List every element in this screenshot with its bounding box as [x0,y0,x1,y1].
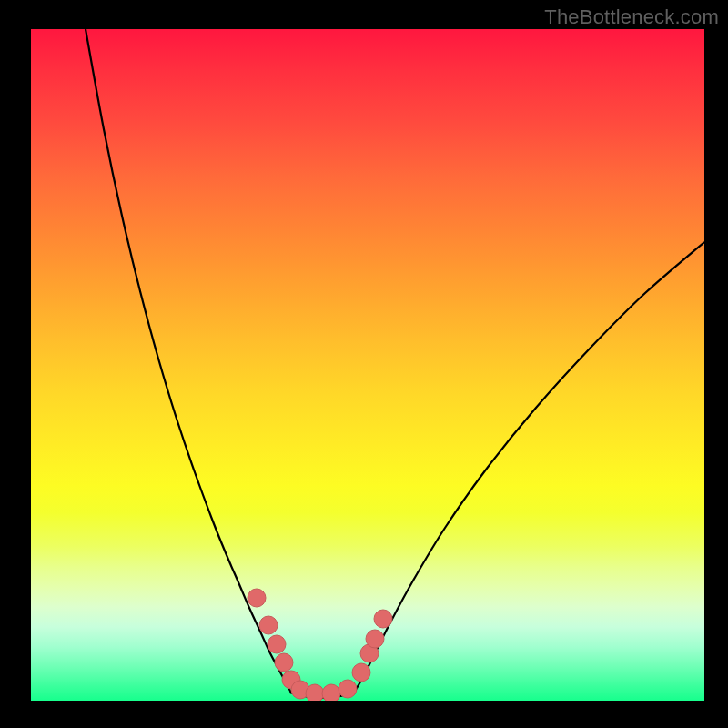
curve-path [86,29,704,698]
marker-dot [259,616,278,634]
chart-frame: TheBottleneck.com [0,0,728,728]
marker-dot [339,680,357,698]
marker-dot [374,610,392,628]
bottleneck-curve [31,29,704,701]
marker-dot [322,684,340,701]
marker-dot [268,635,286,653]
marker-dot [306,684,324,701]
watermark-text: TheBottleneck.com [544,5,719,29]
plot-area [31,29,704,701]
marker-group [248,589,392,701]
marker-dot [366,630,384,648]
marker-dot [352,663,370,682]
marker-dot [248,589,266,607]
marker-dot [275,653,293,672]
